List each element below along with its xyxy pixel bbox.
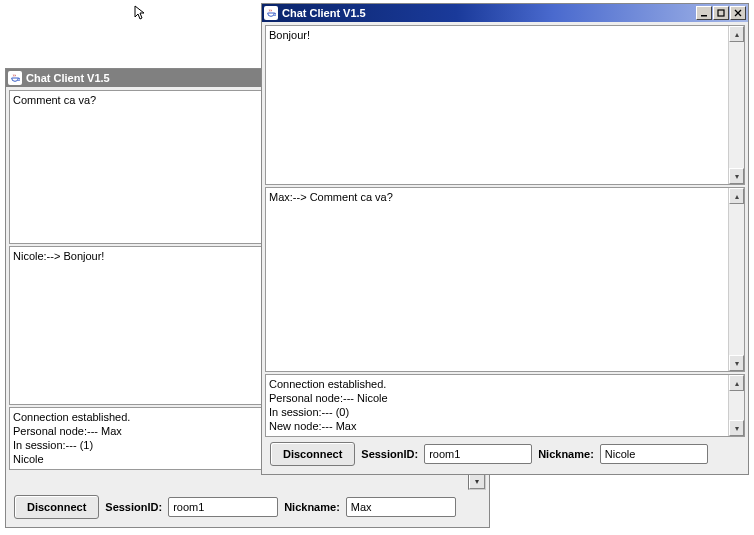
- scrollbar[interactable]: ▴ ▾: [728, 188, 744, 371]
- maximize-button[interactable]: [713, 6, 729, 20]
- svg-rect-1: [718, 10, 724, 16]
- close-button[interactable]: [730, 6, 746, 20]
- window-title: Chat Client V1.5: [282, 7, 695, 19]
- mouse-cursor-icon: [134, 5, 150, 21]
- scrollbar[interactable]: ▴ ▾: [728, 26, 744, 184]
- nickname-input[interactable]: [346, 497, 456, 517]
- compose-textarea[interactable]: Bonjour!: [266, 26, 728, 184]
- chat-log[interactable]: Max:--> Comment ca va?: [266, 188, 728, 371]
- scroll-down-icon[interactable]: ▾: [729, 168, 744, 184]
- chat-window-nicole: Chat Client V1.5 Bonjour! ▴ ▾ Max:--> Co…: [261, 3, 749, 475]
- nickname-input[interactable]: [600, 444, 708, 464]
- chat-log-pane: Max:--> Comment ca va? ▴ ▾: [265, 187, 745, 372]
- scroll-up-icon[interactable]: ▴: [729, 188, 744, 204]
- scroll-down-icon[interactable]: ▾: [729, 355, 744, 371]
- bottom-bar: Disconnect SessionID: Nickname:: [264, 438, 746, 472]
- java-icon: [8, 71, 22, 85]
- minimize-button[interactable]: [696, 6, 712, 20]
- status-pane: Connection established. Personal node:--…: [265, 374, 745, 437]
- session-id-label: SessionID:: [105, 501, 162, 513]
- session-id-input[interactable]: [424, 444, 532, 464]
- java-icon: [264, 6, 278, 20]
- chevron-down-icon[interactable]: ▾: [469, 473, 485, 489]
- session-id-input[interactable]: [168, 497, 278, 517]
- nickname-label: Nickname:: [284, 501, 340, 513]
- svg-rect-0: [701, 15, 707, 17]
- scroll-up-icon[interactable]: ▴: [729, 26, 744, 42]
- bottom-bar: Disconnect SessionID: Nickname:: [8, 491, 487, 525]
- disconnect-button[interactable]: Disconnect: [270, 442, 355, 466]
- titlebar[interactable]: Chat Client V1.5: [262, 4, 748, 22]
- session-id-label: SessionID:: [361, 448, 418, 460]
- nickname-label: Nickname:: [538, 448, 594, 460]
- compose-pane: Bonjour! ▴ ▾: [265, 25, 745, 185]
- window-body: Bonjour! ▴ ▾ Max:--> Comment ca va? ▴ ▾ …: [262, 22, 748, 474]
- scrollbar[interactable]: ▴ ▾: [728, 375, 744, 436]
- scroll-down-icon[interactable]: ▾: [729, 420, 744, 436]
- window-controls: [695, 6, 746, 20]
- disconnect-button[interactable]: Disconnect: [14, 495, 99, 519]
- status-log: Connection established. Personal node:--…: [266, 375, 728, 436]
- scroll-up-icon[interactable]: ▴: [729, 375, 744, 391]
